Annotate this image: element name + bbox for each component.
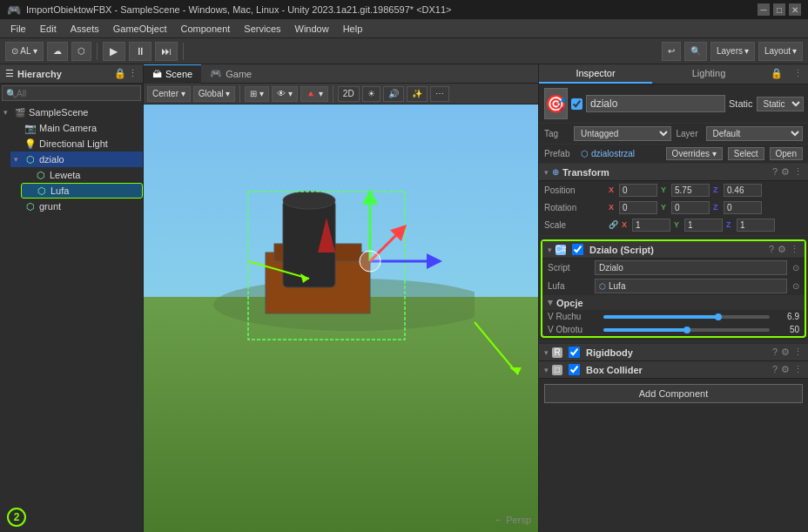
light-toggle[interactable]: ☀ — [362, 86, 380, 102]
hierarchy-more-button[interactable]: ⋮ — [128, 68, 138, 79]
search-button[interactable]: 🔍 — [684, 42, 707, 61]
lufa-field-value[interactable]: ⬡ Lufa — [595, 279, 787, 293]
tree-item-grunt[interactable]: ⬡ grunt — [10, 199, 143, 214]
menu-edit[interactable]: Edit — [33, 22, 64, 36]
script-help-icon[interactable]: ? — [769, 244, 774, 255]
tree-item-lufa[interactable]: ⬡ Lufa — [21, 183, 143, 199]
script-select-icon[interactable]: ⊙ — [792, 263, 799, 273]
inspector-more-button[interactable]: ⋮ — [788, 64, 808, 84]
rigidbody-settings-icon[interactable]: ⚙ — [781, 347, 790, 358]
tag-dropdown[interactable]: Untagged — [574, 126, 671, 141]
cloud-button[interactable]: ☁ — [47, 42, 68, 61]
script-more-icon[interactable]: ⋮ — [790, 244, 799, 255]
rigidbody-enabled-checkbox[interactable] — [569, 347, 580, 358]
v-obrotu-slider-track[interactable] — [603, 328, 770, 332]
tab-inspector[interactable]: Inspector — [539, 64, 652, 84]
layers-button[interactable]: Layers ▾ — [710, 42, 755, 61]
collider-help-icon[interactable]: ? — [772, 364, 778, 375]
layer-dropdown[interactable]: Default — [706, 126, 804, 141]
rotation-z-input[interactable] — [724, 201, 762, 214]
pause-button[interactable]: ⏸ — [129, 42, 152, 61]
overrides-button[interactable]: Overrides ▾ — [666, 147, 723, 160]
script-field-label: Script — [548, 263, 591, 273]
tree-item-dirlight[interactable]: 💡 Directional Light — [10, 136, 143, 152]
collider-enabled-checkbox[interactable] — [569, 364, 580, 375]
v-ruchu-value: 6.9 — [773, 312, 799, 321]
rotation-z-label: Z — [713, 203, 722, 212]
rigidbody-help-icon[interactable]: ? — [772, 347, 778, 358]
tab-scene[interactable]: 🏔 Scene — [144, 64, 201, 84]
transform-settings-icon[interactable]: ⚙ — [781, 166, 790, 178]
object-enabled-checkbox[interactable] — [571, 98, 582, 110]
fx-toggle[interactable]: ✨ — [407, 86, 428, 102]
account-button[interactable]: ⊙ AL ▾ — [5, 42, 44, 61]
menu-window[interactable]: Window — [288, 22, 336, 36]
transform-header[interactable]: ▾ ⊕ Transform ? ⚙ ⋮ — [539, 164, 808, 181]
rigidbody-header[interactable]: ▾ R Rigidbody ? ⚙ ⋮ — [539, 344, 808, 361]
object-name-input[interactable] — [586, 95, 725, 112]
scene-more[interactable]: ⋯ — [430, 86, 449, 102]
position-x-input[interactable] — [619, 184, 657, 197]
rigidbody-more-icon[interactable]: ⋮ — [793, 347, 803, 358]
hierarchy-lock-button[interactable]: 🔒 — [114, 68, 126, 79]
2d-toggle[interactable]: 2D — [338, 86, 360, 102]
menu-gameobject[interactable]: GameObject — [106, 22, 174, 36]
tree-item-dzialo[interactable]: ▾ ⬡ dzialo — [10, 152, 143, 167]
open-button[interactable]: Open — [770, 147, 803, 160]
add-component-button[interactable]: Add Component — [544, 384, 803, 403]
hierarchy-search[interactable]: 🔍 — [2, 85, 141, 101]
static-dropdown[interactable]: Static — [757, 97, 804, 111]
center-dropdown[interactable]: Center ▾ — [147, 86, 191, 102]
static-label: Static — [729, 98, 753, 109]
grid-button[interactable]: ⊞ ▾ — [245, 86, 269, 102]
rotation-x-input[interactable] — [619, 201, 657, 214]
select-button[interactable]: Select — [728, 147, 764, 160]
svg-point-12 — [360, 251, 380, 272]
rotation-y-input[interactable] — [671, 201, 710, 214]
transform-help-icon[interactable]: ? — [772, 166, 778, 178]
global-dropdown[interactable]: Global ▾ — [193, 86, 236, 102]
transform-more-icon[interactable]: ⋮ — [793, 166, 803, 178]
scale-z-input[interactable] — [737, 219, 775, 232]
menu-component[interactable]: Component — [173, 22, 237, 36]
tree-item-samplescene[interactable]: ▾ 🎬 SampleScene — [0, 104, 143, 120]
inspector-lock-button[interactable]: 🔒 — [765, 64, 788, 84]
close-button[interactable]: ✕ — [789, 3, 801, 16]
rigidbody-title: Rigidbody — [586, 347, 769, 358]
position-y-input[interactable] — [671, 184, 710, 197]
collider-more-icon[interactable]: ⋮ — [793, 364, 803, 375]
layout-button[interactable]: Layout ▾ — [758, 42, 803, 61]
scene-object-area[interactable] — [196, 131, 475, 348]
script-field-value[interactable]: Dzialo — [595, 260, 787, 275]
step-button[interactable]: ⏭ — [155, 42, 178, 61]
transform-title: Transform — [562, 167, 769, 178]
lufa-select-icon[interactable]: ⊙ — [792, 281, 799, 291]
visibility-button[interactable]: 👁 ▾ — [272, 86, 298, 102]
tab-lighting[interactable]: Lighting — [652, 64, 765, 84]
tab-game[interactable]: 🎮 Game — [201, 64, 260, 84]
menu-file[interactable]: File — [3, 22, 33, 36]
script-enabled-checkbox[interactable] — [572, 244, 583, 255]
position-z-input[interactable] — [724, 184, 762, 197]
audio-toggle[interactable]: 🔊 — [383, 86, 404, 102]
undo-button[interactable]: ↩ — [662, 42, 681, 61]
shading-button[interactable]: 🔺 ▾ — [300, 86, 328, 102]
collab-button[interactable]: ⬡ — [71, 42, 91, 61]
script-settings-icon[interactable]: ⚙ — [778, 244, 786, 255]
menu-services[interactable]: Services — [237, 22, 287, 36]
scale-x-input[interactable] — [632, 219, 670, 232]
hierarchy-search-input[interactable] — [17, 89, 137, 98]
tree-item-maincamera[interactable]: 📷 Main Camera — [10, 120, 143, 136]
lufa-value-text: Lufa — [609, 281, 625, 291]
scale-y-input[interactable] — [684, 219, 723, 232]
play-button[interactable]: ▶ — [103, 42, 125, 61]
v-ruchu-slider-track[interactable] — [603, 315, 770, 319]
minimize-button[interactable]: ─ — [758, 3, 770, 16]
menu-assets[interactable]: Assets — [64, 22, 106, 36]
collider-settings-icon[interactable]: ⚙ — [781, 364, 790, 375]
menu-help[interactable]: Help — [336, 22, 370, 36]
tree-item-leweta[interactable]: ⬡ Leweta — [21, 167, 143, 183]
box-collider-header[interactable]: ▾ □ Box Collider ? ⚙ ⋮ — [539, 361, 808, 379]
dzialo-script-header[interactable]: ▾ C# Dzialo (Script) ? ⚙ ⋮ — [542, 241, 805, 259]
maximize-button[interactable]: □ — [773, 3, 785, 16]
